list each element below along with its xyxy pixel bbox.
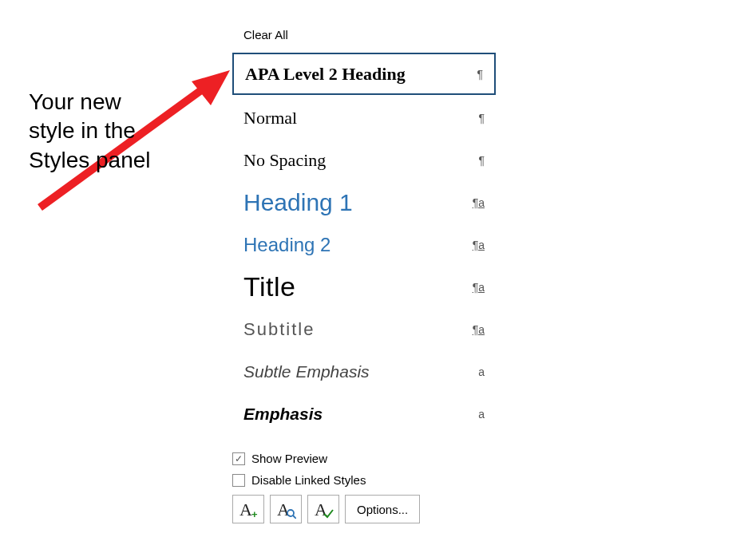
style-inspector-icon: A [275, 500, 296, 519]
style-item-label: Subtle Emphasis [243, 362, 470, 381]
annotation-line: Your new [29, 88, 151, 117]
clear-all-button[interactable]: Clear All [232, 20, 496, 53]
manage-styles-button[interactable]: A [307, 495, 339, 523]
options-button[interactable]: Options... [345, 495, 420, 523]
styles-panel: Clear All APA Level 2 Heading¶Normal¶No … [232, 20, 496, 451]
style-item-normal[interactable]: Normal¶ [232, 97, 496, 139]
annotation-line: Styles panel [29, 146, 151, 175]
style-item-label: No Spacing [243, 150, 470, 171]
style-type-marker: a [470, 365, 485, 378]
style-type-marker: ¶a [470, 196, 485, 209]
annotation-line: style in the [29, 117, 151, 145]
style-type-marker: ¶ [469, 68, 483, 81]
disable-linked-styles-label: Disable Linked Styles [251, 473, 366, 487]
styles-list[interactable]: Clear All APA Level 2 Heading¶Normal¶No … [232, 20, 496, 451]
styles-panel-footer: ✓ Show Preview Disable Linked Styles A +… [232, 452, 496, 523]
show-preview-label: Show Preview [251, 452, 327, 465]
style-item-emphasis[interactable]: Emphasisa [232, 393, 496, 435]
style-item-title[interactable]: Title¶a [232, 266, 496, 308]
style-item-label: Heading 1 [243, 189, 470, 216]
style-item-label: APA Level 2 Heading [245, 64, 469, 85]
style-type-marker: a [470, 408, 485, 421]
checkbox-icon: ✓ [232, 452, 245, 465]
style-type-marker: ¶a [470, 281, 485, 294]
style-type-marker: ¶ [470, 112, 485, 124]
new-style-icon: A + [238, 500, 259, 519]
style-item-label: Normal [243, 108, 470, 128]
style-item-label: Emphasis [243, 405, 470, 424]
svg-text:+: + [251, 508, 258, 519]
style-inspector-button[interactable]: A [270, 495, 302, 523]
new-style-button[interactable]: A + [232, 495, 264, 523]
style-type-marker: ¶a [470, 323, 485, 336]
style-item-heading-1[interactable]: Heading 1¶a [232, 181, 496, 223]
manage-styles-icon: A [313, 500, 334, 519]
style-type-marker: ¶a [470, 239, 485, 251]
style-item-apa-level-2-heading[interactable]: APA Level 2 Heading¶ [232, 53, 496, 95]
styles-footer-buttons: A + A A Options... [232, 495, 496, 523]
style-item-heading-2[interactable]: Heading 2¶a [232, 223, 496, 266]
style-item-subtitle[interactable]: Subtitle¶a [232, 308, 496, 350]
show-preview-checkbox[interactable]: ✓ Show Preview [232, 452, 496, 465]
style-item-label: Heading 2 [243, 234, 470, 256]
style-type-marker: ¶ [470, 154, 485, 167]
style-item-subtle-emphasis[interactable]: Subtle Emphasisa [232, 350, 496, 393]
style-item-no-spacing[interactable]: No Spacing¶ [232, 139, 496, 181]
disable-linked-styles-checkbox[interactable]: Disable Linked Styles [232, 473, 496, 487]
checkbox-icon [232, 474, 245, 487]
style-item-label: Title [243, 271, 470, 302]
annotation-text: Your new style in the Styles panel [29, 88, 151, 175]
svg-text:A: A [239, 500, 252, 519]
svg-line-6 [293, 515, 296, 519]
svg-marker-1 [192, 70, 230, 105]
style-item-label: Subtitle [243, 319, 470, 340]
